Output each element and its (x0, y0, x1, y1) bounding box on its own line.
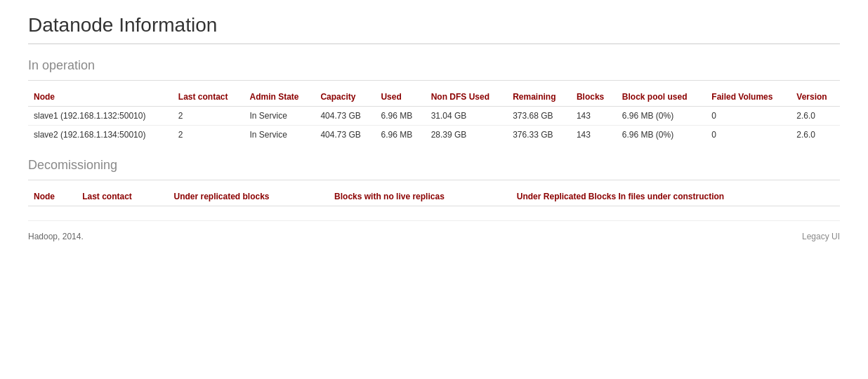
col-capacity: Capacity (315, 88, 375, 107)
in-operation-header-row: Node Last contact Admin State Capacity U… (28, 88, 840, 107)
decom-col-node: Node (28, 187, 77, 206)
table-row: slave2 (192.168.1.134:50010)2In Service4… (28, 126, 840, 145)
col-admin-state: Admin State (244, 88, 315, 107)
col-non-dfs-used: Non DFS Used (426, 88, 508, 107)
col-remaining: Remaining (507, 88, 571, 107)
col-node: Node (28, 88, 173, 107)
table-row: slave1 (192.168.1.132:50010)2In Service4… (28, 107, 840, 126)
in-operation-title: In operation (28, 58, 840, 73)
footer-legacy: Legacy UI (802, 232, 840, 241)
title-divider (28, 44, 840, 44)
page-title: Datanode Information (28, 14, 840, 36)
decom-col-line2: In files under construction (619, 192, 725, 201)
page-container: Datanode Information In operation Node L… (0, 0, 868, 266)
decom-col-under-replicated: Under replicated blocks (168, 187, 329, 206)
footer: Hadoop, 2014. Legacy UI (28, 220, 840, 252)
footer-left: Hadoop, 2014. (28, 232, 84, 241)
in-operation-table: Node Last contact Admin State Capacity U… (28, 88, 840, 144)
decomissioning-title: Decomissioning (28, 158, 840, 173)
decom-col-last-contact: Last contact (77, 187, 168, 206)
decomissioning-table: Node Last contact Under replicated block… (28, 187, 840, 206)
decom-col-no-live-replicas: Blocks with no live replicas (329, 187, 511, 206)
col-blocks: Blocks (571, 88, 617, 107)
col-version: Version (791, 88, 840, 107)
col-block-pool-used: Block pool used (617, 88, 706, 107)
col-last-contact: Last contact (173, 88, 244, 107)
decom-col-line1: Under Replicated Blocks (517, 192, 616, 201)
col-failed-volumes: Failed Volumes (706, 88, 791, 107)
in-operation-divider (28, 80, 840, 81)
decom-col-under-replicated-construction: Under Replicated Blocks In files under c… (511, 187, 840, 206)
col-used: Used (375, 88, 425, 107)
decomissioning-divider (28, 180, 840, 180)
decomissioning-header-row: Node Last contact Under replicated block… (28, 187, 840, 206)
